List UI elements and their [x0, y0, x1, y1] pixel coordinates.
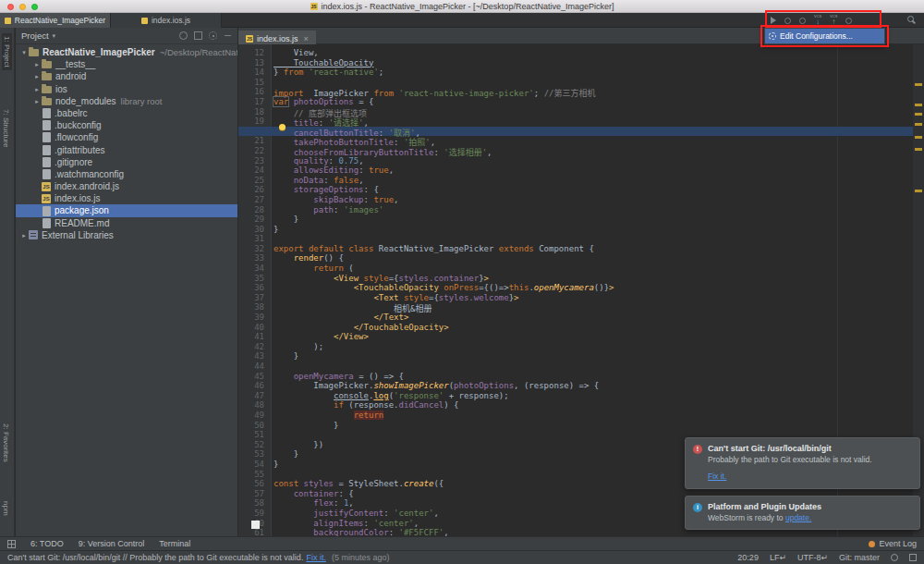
warning-stripe-mark[interactable] [915, 113, 922, 116]
code-line[interactable]: allowsEditing: true, [274, 166, 913, 176]
chevron-down-icon[interactable]: ▾ [53, 32, 56, 40]
minimize-window-icon[interactable] [19, 4, 26, 10]
line-number[interactable]: 41 [238, 332, 272, 342]
line-number[interactable]: 33 [238, 253, 272, 264]
tree-item--tests-[interactable]: ▸__tests__ [16, 58, 237, 70]
line-number[interactable]: 61 [238, 528, 272, 536]
line-number[interactable]: 34 [238, 264, 272, 274]
tree-item--gitattributes[interactable]: .gitattributes [16, 144, 237, 156]
line-number[interactable]: 30 [238, 225, 272, 235]
line-number[interactable]: 17 [238, 97, 272, 107]
code-line[interactable]: chooseFromLibraryButtonTitle: '选择相册', [274, 146, 913, 156]
tree-expand-icon[interactable]: ▸ [32, 58, 42, 70]
tree-expand-icon[interactable]: ▸ [32, 83, 42, 95]
line-number[interactable]: 29 [238, 215, 272, 225]
tree-item-node-modules[interactable]: ▸node_moduleslibrary root [16, 95, 237, 107]
line-number[interactable]: 39 [238, 313, 272, 323]
line-number[interactable]: 38 [238, 302, 272, 313]
status-segment[interactable]: 20:29 [737, 553, 759, 562]
line-number[interactable]: 56 [238, 479, 272, 489]
code-line[interactable]: ImagePicker.showImagePicker(photoOptions… [274, 381, 913, 391]
search-icon[interactable] [907, 16, 914, 22]
line-number[interactable]: 48 [238, 400, 272, 411]
run-icon[interactable] [771, 17, 776, 24]
code-line[interactable]: // 底部弹出框选项 [274, 107, 913, 117]
line-number[interactable]: 36 [238, 283, 272, 293]
zoom-window-icon[interactable] [31, 4, 38, 10]
intention-bulb-icon[interactable] [279, 124, 286, 130]
line-number[interactable]: 19 [238, 116, 272, 127]
code-line[interactable]: export default class ReactNative_ImagePi… [274, 244, 913, 254]
line-number[interactable]: 25 [238, 176, 272, 186]
close-window-icon[interactable] [7, 4, 14, 10]
debug-icon[interactable] [784, 18, 791, 24]
line-number[interactable]: 37 [238, 293, 272, 303]
status-segment[interactable]: LF↵ [770, 553, 786, 562]
tree-item--babelrc[interactable]: .babelrc [16, 107, 237, 119]
notification-link[interactable]: update. [785, 513, 811, 522]
code-line[interactable]: <Text style={styles.welcome}> [274, 293, 913, 303]
warning-stripe-mark[interactable] [915, 83, 922, 86]
line-number[interactable]: 43 [238, 351, 272, 362]
hide-panel-icon[interactable] [224, 31, 232, 40]
code-line[interactable]: render() { [274, 253, 913, 264]
vcs-update-icon[interactable]: VCS ↓ [814, 15, 821, 26]
tree-item-index-android-js[interactable]: JSindex.android.js [16, 180, 237, 192]
project-panel-title[interactable]: Project [21, 31, 49, 41]
code-line[interactable]: noData: false, [274, 176, 913, 186]
line-number[interactable]: 55 [238, 470, 272, 480]
status-segment[interactable]: UTF-8↵ [797, 553, 828, 562]
tree-item-external-libraries[interactable]: ▸External Libraries [16, 229, 237, 241]
tree-item--watchmanconfig[interactable]: .watchmanconfig [16, 168, 237, 180]
layout-icon[interactable] [909, 554, 917, 561]
code-line[interactable]: <View style={styles.container}> [274, 274, 913, 284]
tree-expand-icon[interactable]: ▸ [32, 95, 42, 107]
tool-stripe-npm[interactable]: npm [2, 501, 10, 516]
code-line[interactable]: skipBackup: true, [274, 195, 913, 205]
code-line[interactable]: } [274, 215, 913, 225]
line-number[interactable]: 21 [238, 136, 272, 146]
line-number[interactable]: 12 [238, 48, 272, 58]
event-log-button[interactable]: Event Log [869, 539, 917, 548]
line-number[interactable]: 23 [238, 156, 272, 166]
status-segment[interactable]: Git: master [839, 553, 880, 562]
notifications-icon[interactable] [891, 554, 898, 561]
tree-item-ios[interactable]: ▸ios [16, 83, 237, 95]
line-number[interactable]: 49 [238, 411, 272, 421]
code-line[interactable]: var photoOptions = { [274, 97, 913, 107]
warning-stripe-mark[interactable] [915, 123, 922, 126]
code-line[interactable]: console.log('response' + response); [274, 391, 913, 401]
tool-window-button-6-todo[interactable]: 6: TODO [30, 539, 64, 548]
code-line[interactable]: ); [274, 342, 913, 352]
line-number[interactable]: 35 [238, 274, 272, 284]
line-number[interactable]: 59 [238, 509, 272, 519]
history-icon[interactable] [845, 18, 852, 24]
vcs-commit-icon[interactable]: VCS ↑ [830, 15, 837, 26]
line-number[interactable]: 32 [238, 244, 272, 254]
line-number[interactable]: 15 [238, 78, 272, 88]
code-line[interactable]: } [274, 351, 913, 362]
line-number[interactable]: 26 [238, 185, 272, 195]
code-line[interactable]: </TouchableOpacity> [274, 323, 913, 333]
code-line[interactable]: View, [274, 48, 913, 58]
line-number[interactable]: 18 [238, 107, 272, 117]
tool-window-switcher-icon[interactable] [7, 540, 16, 548]
line-number[interactable]: 16 [238, 87, 272, 97]
warning-stripe-mark[interactable] [915, 104, 922, 106]
tool-stripe-2-favorites[interactable]: 2: Favorites [2, 423, 10, 462]
coverage-icon[interactable] [799, 18, 806, 24]
warning-stripe-mark[interactable] [915, 148, 922, 151]
line-number[interactable]: 44 [238, 362, 272, 372]
line-number[interactable]: 28 [238, 205, 272, 215]
warning-stripe-mark[interactable] [915, 136, 922, 139]
tool-stripe-1-project[interactable]: 1: Project [2, 33, 12, 70]
code-line[interactable]: takePhotoButtonTitle: '拍照', [274, 136, 913, 146]
tree-expand-icon[interactable]: ▸ [19, 229, 29, 241]
line-number[interactable]: 50 [238, 421, 272, 431]
code-line[interactable]: return [274, 411, 913, 421]
code-line[interactable]: </View> [274, 332, 913, 342]
code-line[interactable]: if (response.didCancel) { [274, 400, 913, 411]
line-number[interactable]: 14 [238, 67, 272, 78]
code-line[interactable] [274, 234, 913, 244]
warning-stripe-mark[interactable] [915, 190, 922, 192]
